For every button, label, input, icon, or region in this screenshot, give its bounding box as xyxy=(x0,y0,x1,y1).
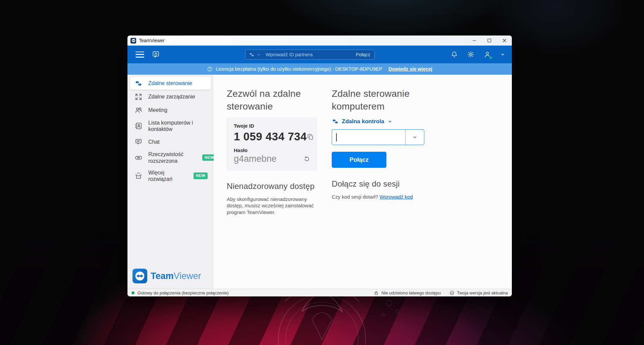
settings-button[interactable] xyxy=(467,51,475,58)
feedback-bubble-icon xyxy=(152,50,160,59)
toolbar-partner-id-input[interactable] xyxy=(266,52,356,57)
sidebar: Zdalne sterowanie Zdalne zarządzanie xyxy=(127,75,214,289)
session-arrows-icon xyxy=(332,118,339,125)
desktop: TeamViewer xyxy=(0,0,644,345)
teamviewer-logo-icon xyxy=(132,269,147,283)
chevron-down-icon xyxy=(500,52,505,57)
logo-text-team: Team xyxy=(151,271,174,281)
section-title: Zezwól na zdalne sterowanie xyxy=(227,87,319,113)
title-bar: TeamViewer xyxy=(127,36,512,46)
sidebar-item-remote-management[interactable]: Zdalne zarządzanie xyxy=(130,90,211,103)
notifications-button[interactable] xyxy=(450,51,458,58)
info-icon xyxy=(207,66,213,72)
section-title: Dołącz się do sesji xyxy=(332,179,439,189)
unattended-body-text: Aby skonfigurować nienadzorowany dostęp,… xyxy=(227,196,315,215)
sidebar-item-remote-control[interactable]: Zdalne sterowanie xyxy=(130,77,211,90)
sidebar-item-label: Meeting xyxy=(148,107,202,113)
partner-id-search: Połącz xyxy=(245,50,375,60)
mode-label: Zdalna kontrola xyxy=(342,118,384,125)
status-ready-text: Gotowy do połączenia (bezpieczne połącze… xyxy=(138,290,229,295)
logo-text-viewer: Viewer xyxy=(174,271,201,281)
join-question: Czy kod sesji dotarł? xyxy=(332,194,378,200)
connection-status: Gotowy do połączenia (bezpieczne połącze… xyxy=(131,290,229,295)
sidebar-item-meeting[interactable]: Lista komputerów i kontaktów Meeting xyxy=(130,104,211,117)
unattended-access-section: Nienadzorowany dostęp Aby skonfigurować … xyxy=(227,182,319,215)
open-lock-icon xyxy=(374,290,379,295)
license-text: Licencja bezpłatna (tylko do użytku niek… xyxy=(216,66,382,72)
teamviewer-logo: TeamViewer xyxy=(132,269,201,283)
learn-more-link[interactable]: Dowiedz się więcej xyxy=(388,66,432,72)
refresh-icon xyxy=(303,155,310,162)
online-status-dot xyxy=(489,56,493,60)
section-title: Nienadzorowany dostęp xyxy=(227,182,319,191)
allow-remote-control-section: Zezwól na zdalne sterowanie Twoje ID 1 0… xyxy=(227,87,319,215)
chevron-down-icon xyxy=(387,119,392,124)
session-arrows-icon xyxy=(135,79,143,87)
version-status[interactable]: Twoja wersja jest aktualna xyxy=(449,290,508,295)
toolbar-connect-label[interactable]: Połącz xyxy=(356,52,370,57)
enter-code-link[interactable]: Wprowadź kod xyxy=(380,194,413,200)
text-cursor xyxy=(336,133,337,141)
toolbar-right-icons xyxy=(450,51,512,59)
remote-control-mode-dropdown[interactable]: Zdalna kontrola xyxy=(332,118,439,125)
contacts-book-icon xyxy=(135,122,143,130)
partner-id-dropdown-toggle[interactable] xyxy=(405,130,424,145)
connect-button[interactable]: Połącz xyxy=(332,152,386,168)
chevron-down-icon xyxy=(412,134,418,140)
password-label: Hasło xyxy=(234,147,310,153)
your-id-value: 1 059 434 734 xyxy=(234,130,307,143)
sidebar-item-label: Lista komputerów i kontaktów xyxy=(148,120,202,132)
partner-id-combobox xyxy=(332,129,424,145)
copy-id-button[interactable] xyxy=(307,133,314,140)
teamviewer-window: TeamViewer xyxy=(127,36,512,296)
wallpaper-crest xyxy=(231,288,419,345)
easy-access-status[interactable]: Nie udzielono łatwego dostępu xyxy=(374,290,441,295)
refresh-password-button[interactable] xyxy=(303,155,310,162)
sidebar-item-augmented-reality[interactable]: Rzeczywistość rozszerzona NEW xyxy=(130,149,211,166)
minimize-button[interactable] xyxy=(467,36,482,46)
copy-icon xyxy=(307,133,314,140)
teamviewer-titlebar-logo-icon xyxy=(130,38,136,44)
control-remote-computer-section: Zdalne sterowanie komputerem Zdalna kont… xyxy=(332,87,439,200)
sidebar-item-label: Więcej rozwiązań xyxy=(148,169,187,182)
feedback-button[interactable] xyxy=(152,50,160,59)
easy-access-text: Nie udzielono łatwego dostępu xyxy=(381,290,441,295)
status-dot xyxy=(131,291,135,294)
session-arrows-icon xyxy=(249,52,255,58)
new-badge: NEW xyxy=(202,154,214,161)
hamburger-menu-button[interactable] xyxy=(136,52,144,58)
new-badge: NEW xyxy=(194,172,208,179)
content-area: Zdalne sterowanie Zdalne zarządzanie xyxy=(127,75,512,289)
license-banner: Licencja bezpłatna (tylko do użytku niek… xyxy=(127,63,512,75)
section-title: Zdalne sterowanie komputerem xyxy=(332,87,432,113)
bell-icon xyxy=(450,51,458,58)
your-id-label: Twoje ID xyxy=(234,123,310,129)
ar-glasses-icon xyxy=(135,154,143,162)
sidebar-item-label: Zdalne sterowanie xyxy=(148,80,202,86)
close-button[interactable] xyxy=(497,36,512,46)
sidebar-item-more-solutions[interactable]: Więcej rozwiązań NEW xyxy=(130,167,211,185)
expand-arrows-icon xyxy=(135,93,143,101)
password-value: g4amebne xyxy=(234,154,277,164)
window-controls xyxy=(467,36,512,46)
main-toolbar: Połącz xyxy=(127,46,512,63)
account-button[interactable] xyxy=(483,51,491,59)
gear-icon xyxy=(467,51,475,58)
maximize-button[interactable] xyxy=(482,36,497,46)
sidebar-item-computers-contacts[interactable]: Lista komputerów i kontaktów xyxy=(130,117,211,135)
sidebar-item-chat[interactable]: Chat xyxy=(130,135,211,148)
sidebar-item-label: Zdalne zarządzanie xyxy=(148,93,202,100)
sidebar-item-label: Rzeczywistość rozszerzona xyxy=(148,151,202,164)
open-box-icon xyxy=(135,172,143,180)
status-bar: Gotowy do połączenia (bezpieczne połącze… xyxy=(127,289,512,296)
credentials-card: Twoje ID 1 059 434 734 Hasło xyxy=(227,117,317,170)
window-title: TeamViewer xyxy=(139,38,165,43)
join-session-section: Dołącz się do sesji Czy kod sesji dotarł… xyxy=(332,179,439,200)
check-circle-icon xyxy=(449,290,454,295)
version-text: Twoja wersja jest aktualna xyxy=(457,290,508,295)
connection-mode-chevron-icon[interactable] xyxy=(257,53,261,57)
account-menu-chevron[interactable] xyxy=(500,52,505,57)
chat-bubble-icon xyxy=(135,138,143,146)
people-icon xyxy=(135,106,143,114)
partner-id-field[interactable] xyxy=(332,130,405,145)
